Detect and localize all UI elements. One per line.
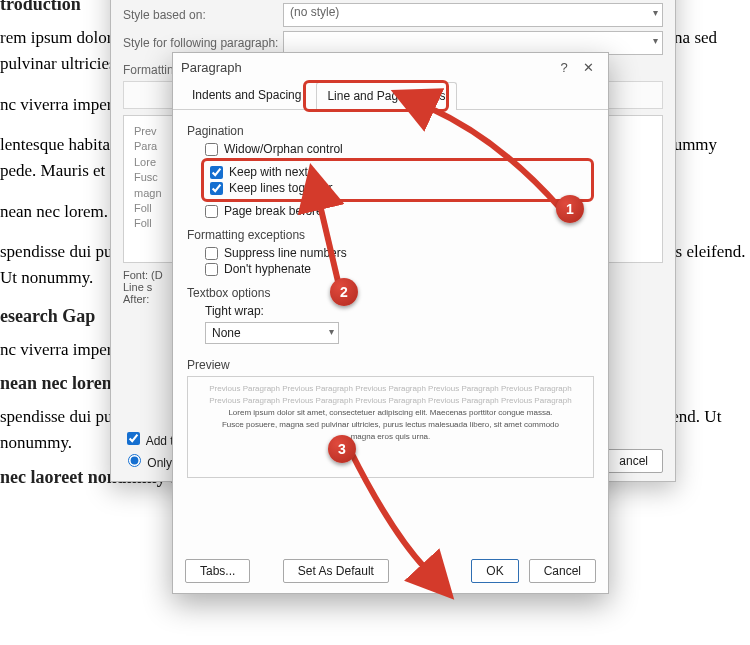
highlight-keep-options: Keep with next Keep lines together	[201, 158, 594, 202]
label-style-following: Style for following paragraph:	[123, 36, 283, 50]
select-value: None	[212, 326, 241, 340]
group-formatting-exceptions: Formatting exceptions	[187, 228, 594, 242]
preview-label: Preview	[187, 358, 594, 372]
paragraph-dialog: Paragraph ? ✕ Indents and Spacing Line a…	[172, 52, 609, 594]
checkbox-keep-with-next[interactable]: Keep with next	[210, 165, 585, 179]
preview-line: Previous Paragraph Previous Paragraph Pr…	[196, 395, 585, 407]
close-icon[interactable]: ✕	[576, 60, 600, 75]
dialog-title: Paragraph	[181, 60, 242, 75]
dialog-titlebar: Paragraph ? ✕	[173, 53, 608, 81]
tab-indents-spacing[interactable]: Indents and Spacing	[181, 81, 312, 109]
preview-line: Fusce posuere, magna sed pulvinar ultric…	[196, 419, 585, 431]
label-tight-wrap: Tight wrap:	[205, 304, 264, 318]
annotation-badge-1: 1	[556, 195, 584, 223]
select-value: (no style)	[290, 5, 339, 19]
checkbox-widow-orphan[interactable]: Widow/Orphan control	[205, 142, 594, 156]
tab-line-page-breaks[interactable]: Line and Page Breaks	[316, 82, 456, 110]
label-style-based-on: Style based on:	[123, 8, 283, 22]
select-style-based-on[interactable]: (no style) ▾	[283, 3, 663, 27]
preview-box: Previous Paragraph Previous Paragraph Pr…	[187, 376, 594, 478]
dialog-tabs: Indents and Spacing Line and Page Breaks	[173, 81, 608, 110]
ok-button[interactable]: OK	[471, 559, 518, 583]
annotation-badge-2: 2	[330, 278, 358, 306]
annotation-badge-3: 3	[328, 435, 356, 463]
chevron-down-icon: ▾	[653, 7, 658, 18]
checkbox-keep-lines-together[interactable]: Keep lines together	[210, 181, 585, 195]
chevron-down-icon: ▾	[329, 326, 334, 337]
tabs-button[interactable]: Tabs...	[185, 559, 250, 583]
preview-line: Lorem ipsum dolor sit amet, consectetuer…	[196, 407, 585, 419]
group-textbox-options: Textbox options	[187, 286, 594, 300]
preview-line: Previous Paragraph Previous Paragraph Pr…	[196, 383, 585, 395]
chevron-down-icon: ▾	[653, 35, 658, 46]
checkbox-dont-hyphenate[interactable]: Don't hyphenate	[205, 262, 594, 276]
checkbox-suppress-line-numbers[interactable]: Suppress line numbers	[205, 246, 594, 260]
checkbox-page-break-before[interactable]: Page break before	[205, 204, 594, 218]
cancel-button[interactable]: Cancel	[529, 559, 596, 583]
help-icon[interactable]: ?	[552, 60, 576, 75]
cancel-button[interactable]: ancel	[604, 449, 663, 473]
set-as-default-button[interactable]: Set As Default	[283, 559, 389, 583]
group-pagination: Pagination	[187, 124, 594, 138]
preview-line: magna eros quis urna.	[196, 431, 585, 443]
select-tight-wrap[interactable]: None ▾	[205, 322, 339, 344]
